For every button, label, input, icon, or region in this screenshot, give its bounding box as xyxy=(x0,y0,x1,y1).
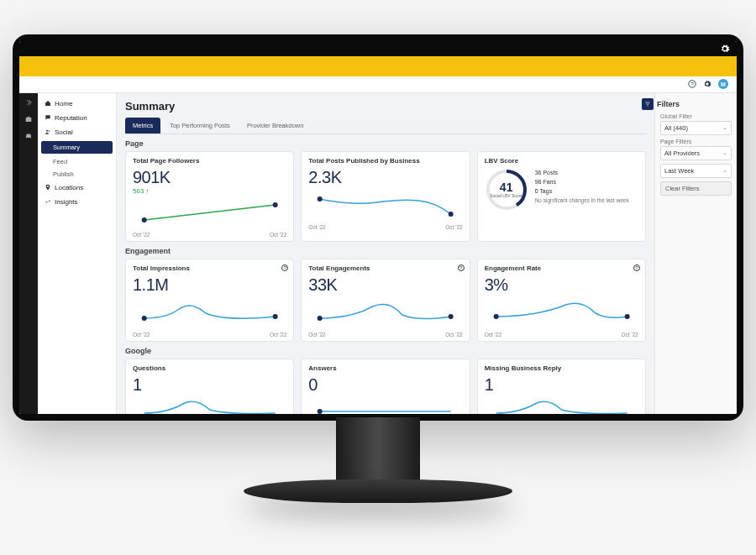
icon-rail xyxy=(19,93,38,414)
lbv-score: 41 xyxy=(500,181,513,194)
monitor-frame: ? M Home Rep xyxy=(13,34,743,521)
brand-topbar xyxy=(19,56,737,76)
car-icon[interactable] xyxy=(24,132,33,140)
svg-point-12 xyxy=(273,314,278,319)
gear-icon[interactable] xyxy=(720,44,730,54)
svg-line-4 xyxy=(144,205,276,220)
app-header: ? M xyxy=(19,76,737,93)
svg-point-6 xyxy=(273,202,278,207)
system-topbar xyxy=(19,41,737,56)
sparkline xyxy=(133,398,286,414)
chart-axis: Oct '22Oct '22 xyxy=(133,232,286,238)
svg-point-7 xyxy=(318,196,323,202)
card-value: 3% xyxy=(485,275,638,295)
lbv-tags: 0 Tags xyxy=(535,186,629,196)
chart-icon[interactable] xyxy=(24,149,33,157)
card-title: Total Posts Published by Business xyxy=(308,157,462,165)
insights-icon xyxy=(45,198,51,205)
card-impressions: ? Total Impressions 1.1M Oct '22Oct '22 xyxy=(125,259,294,342)
sidebar-sub-feed[interactable]: Feed xyxy=(38,155,116,168)
tab-provider-breakdown[interactable]: Provider Breakdown xyxy=(239,118,312,134)
svg-point-3 xyxy=(49,130,50,132)
monitor-bezel: ? M Home Rep xyxy=(13,34,743,421)
sidebar-item-label: Reputation xyxy=(55,114,87,122)
sidebar-sub-summary[interactable]: Summary xyxy=(41,141,113,154)
google-cards: Questions 1 Answers 0 Missing Business R… xyxy=(125,359,646,414)
card-title: Questions xyxy=(133,364,286,372)
svg-point-5 xyxy=(142,217,147,223)
svg-point-15 xyxy=(493,314,498,319)
lbv-sub: Social LBV Score xyxy=(490,194,522,199)
sparkline xyxy=(133,298,286,327)
sidebar-item-insights[interactable]: Insights xyxy=(38,195,116,209)
filter-toggle-icon[interactable] xyxy=(642,98,654,110)
clear-filters-button[interactable]: Clear Filters xyxy=(660,181,732,196)
home-icon xyxy=(45,100,51,107)
card-value: 0 xyxy=(308,375,462,395)
svg-text:?: ? xyxy=(690,81,694,86)
page-title: Summary xyxy=(125,100,646,113)
expand-icon[interactable] xyxy=(24,98,33,107)
chart-axis: Oct '22Oct '22 xyxy=(308,224,462,230)
app-body: Home Reputation Social Summary Feed Publ… xyxy=(19,93,737,414)
svg-point-11 xyxy=(142,316,147,321)
card-posts: Total Posts Published by Business 2.3K O… xyxy=(301,151,470,242)
chart-axis: Oct '22Oct '22 xyxy=(485,332,638,338)
lbv-gauge: 41 Social LBV Score xyxy=(485,168,528,212)
help-icon[interactable]: ? xyxy=(688,80,696,88)
sidebar-item-label: Locations xyxy=(55,184,83,191)
card-title: Total Engagements xyxy=(308,264,462,272)
card-title: Total Impressions xyxy=(133,264,286,272)
card-rate: ? Engagement Rate 3% Oct '22Oct '22 xyxy=(477,259,646,342)
sparkline xyxy=(485,398,638,414)
info-icon[interactable]: ? xyxy=(633,264,640,271)
card-value: 1.1M xyxy=(133,275,286,295)
filter-global-select[interactable]: All (440)⌄ xyxy=(660,121,732,135)
briefcase-icon[interactable] xyxy=(24,115,33,123)
card-value: 1 xyxy=(485,375,638,395)
avatar[interactable]: M xyxy=(718,79,728,89)
settings-icon[interactable] xyxy=(703,80,711,88)
section-page: Page xyxy=(125,139,646,148)
chevron-down-icon: ⌄ xyxy=(722,167,727,174)
sidebar-item-locations[interactable]: Locations xyxy=(38,181,116,195)
sidebar: Home Reputation Social Summary Feed Publ… xyxy=(38,93,117,414)
main-content: Summary Metrics Top Performing Posts Pro… xyxy=(117,93,654,414)
filter-global-label: Global Filter xyxy=(660,113,732,119)
sidebar-item-social[interactable]: Social xyxy=(38,125,116,139)
card-title: Missing Business Reply xyxy=(485,364,638,372)
svg-point-16 xyxy=(624,314,629,319)
screen: ? M Home Rep xyxy=(19,41,737,414)
sidebar-sub-publish[interactable]: Publish xyxy=(38,168,116,181)
engagement-cards: ? Total Impressions 1.1M Oct '22Oct '22 … xyxy=(125,259,646,342)
sparkline xyxy=(133,198,286,227)
card-questions: Questions 1 xyxy=(125,359,294,414)
sparkline xyxy=(308,398,462,414)
lbv-note: No significant changes in the last week xyxy=(535,197,629,203)
tab-top-posts[interactable]: Top Performing Posts xyxy=(162,118,238,134)
chevron-down-icon: ⌄ xyxy=(722,149,727,156)
sidebar-item-label: Home xyxy=(55,100,72,107)
sidebar-item-home[interactable]: Home xyxy=(38,97,116,111)
info-icon[interactable]: ? xyxy=(281,264,288,271)
tab-metrics[interactable]: Metrics xyxy=(125,118,160,134)
filter-range-select[interactable]: Last Week⌄ xyxy=(660,164,732,178)
card-lbv: LBV Score 41 Social LBV Score xyxy=(477,151,646,242)
svg-point-2 xyxy=(46,130,48,132)
sidebar-item-reputation[interactable]: Reputation xyxy=(38,111,116,125)
filters-panel: Filters Global Filter All (440)⌄ Page Fi… xyxy=(654,93,737,414)
card-followers: Total Page Followers 901K 563↑ Oct '22Oc… xyxy=(125,151,294,242)
card-value: 33K xyxy=(308,275,462,295)
chat-icon xyxy=(45,114,51,121)
card-title: Total Page Followers xyxy=(133,157,286,165)
sparkline xyxy=(308,298,462,327)
filter-providers-select[interactable]: All Providers⌄ xyxy=(660,146,732,160)
monitor-stand-neck xyxy=(336,417,420,484)
info-icon[interactable]: ? xyxy=(458,264,465,271)
pin-icon xyxy=(45,184,51,191)
card-engagements: ? Total Engagements 33K Oct '22Oct '22 xyxy=(301,259,470,342)
tabs: Metrics Top Performing Posts Provider Br… xyxy=(125,118,646,134)
svg-point-18 xyxy=(318,409,323,414)
filters-title: Filters xyxy=(657,100,680,108)
sparkline xyxy=(308,191,462,219)
